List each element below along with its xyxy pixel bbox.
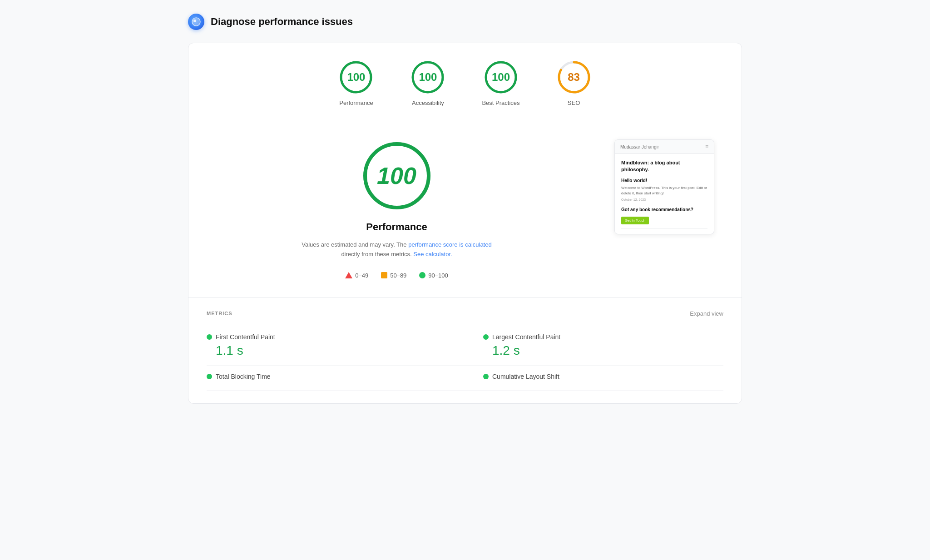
metric-name-tbt: Total Blocking Time [216,373,271,380]
big-score-circle: 100 [361,139,433,212]
performance-score: 100 [347,71,365,84]
performance-label: Performance [339,99,373,106]
legend-item-red: 0–49 [345,272,368,279]
perf-score-link[interactable]: performance score is calculated [408,241,492,248]
preview-post-date: October 12, 2023 [621,198,707,201]
metric-item-tbt: Total Blocking Time [207,366,465,391]
metrics-section-label: METRICS [207,311,232,316]
detail-description: Values are estimated and may vary. The p… [302,240,492,259]
green-circle-icon [419,272,425,278]
detail-left: 100 Performance Values are estimated and… [216,139,578,279]
preview-site-name: Mudassar Jehangir [620,144,659,149]
preview-post-title: Hello world! [621,178,707,183]
metric-item-cls: Cumulative Layout Shift [465,366,723,391]
metric-name-row-tbt: Total Blocking Time [207,373,447,380]
preview-cta-button[interactable]: Get In Touch [621,217,649,224]
score-item-accessibility: 100 Accessibility [410,59,445,106]
legend-item-green: 90–100 [419,272,448,279]
metric-name-fcp: First Contentful Paint [216,333,275,341]
red-triangle-icon [345,272,352,278]
best-practices-score: 100 [492,71,510,84]
page-title: Diagnose performance issues [211,16,353,28]
orange-square-icon [381,272,387,278]
score-circle-performance: 100 [338,59,374,95]
metric-value-fcp: 1.1 s [207,343,447,358]
metric-item-fcp: First Contentful Paint 1.1 s [207,326,465,366]
accessibility-score: 100 [419,71,437,84]
legend-label-green: 90–100 [428,272,448,279]
metric-name-row-lcp: Largest Contentful Paint [483,333,723,341]
legend-label-red: 0–49 [355,272,368,279]
score-row: 100 Performance 100 Accessibility [188,43,742,121]
metric-dot-tbt [207,374,212,379]
calculator-link[interactable]: See calculator. [413,251,452,258]
preview-cta-title: Got any book recommendations? [621,207,707,213]
metric-dot-cls [483,374,489,379]
metric-dot-lcp [483,334,489,340]
main-card: 100 Performance 100 Accessibility [188,43,742,404]
big-performance-score: 100 [377,162,416,189]
legend-row: 0–49 50–89 90–100 [345,272,448,279]
expand-view-button[interactable]: Expand view [690,310,723,317]
desc-part2: directly from these metrics. [341,251,411,258]
metric-name-row-fcp: First Contentful Paint [207,333,447,341]
seo-score: 83 [568,71,580,84]
legend-item-orange: 50–89 [381,272,406,279]
accessibility-label: Accessibility [412,99,444,106]
metric-item-lcp: Largest Contentful Paint 1.2 s [465,326,723,366]
preview-footer-line [621,228,707,228]
metric-name-lcp: Largest Contentful Paint [492,333,560,341]
svg-point-1 [193,20,196,22]
metrics-section: METRICS Expand view First Contentful Pai… [188,297,742,403]
detail-section: 100 Performance Values are estimated and… [188,121,742,297]
preview-card: Mudassar Jehangir ≡ Mindblown: a blog ab… [614,139,714,234]
score-circle-accessibility: 100 [410,59,445,95]
preview-header: Mudassar Jehangir ≡ [615,140,714,154]
seo-label: SEO [568,99,580,106]
preview-blog-title: Mindblown: a blog about philosophy. [621,159,707,173]
detail-title: Performance [366,221,427,233]
metric-name-cls: Cumulative Layout Shift [492,373,559,380]
score-item-performance: 100 Performance [338,59,374,106]
svg-point-0 [192,18,200,26]
score-item-best-practices: 100 Best Practices [482,59,519,106]
score-item-seo: 83 SEO [556,59,592,106]
preview-menu-icon: ≡ [705,144,708,150]
desc-part1: Values are estimated and may vary. The [302,241,406,248]
metrics-header: METRICS Expand view [207,310,723,317]
preview-post-body: Welcome to WordPress. This is your first… [621,185,707,196]
metric-dot-fcp [207,334,212,340]
page-icon [188,14,204,30]
best-practices-label: Best Practices [482,99,519,106]
website-preview: Mudassar Jehangir ≡ Mindblown: a blog ab… [614,139,714,234]
preview-body: Mindblown: a blog about philosophy. Hell… [615,154,714,234]
metrics-grid: First Contentful Paint 1.1 s Largest Con… [207,326,723,391]
vertical-divider [596,139,596,279]
score-circle-seo: 83 [556,59,592,95]
legend-label-orange: 50–89 [390,272,406,279]
metric-value-lcp: 1.2 s [483,343,723,358]
metric-name-row-cls: Cumulative Layout Shift [483,373,723,380]
page-header: Diagnose performance issues [188,14,742,30]
score-circle-best-practices: 100 [483,59,519,95]
